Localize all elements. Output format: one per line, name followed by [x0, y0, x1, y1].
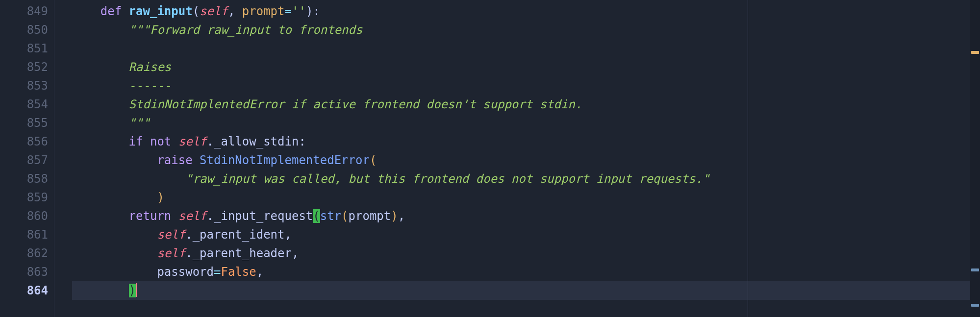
keyword-if: if — [129, 135, 143, 148]
code-line[interactable]: ) — [72, 188, 980, 207]
line-number: 850 — [0, 21, 48, 39]
bracket-match-highlight: ( — [313, 209, 320, 223]
code-line[interactable]: raise StdinNotImplementedError( — [72, 151, 980, 170]
code-line[interactable]: if not self._allow_stdin: — [72, 132, 980, 151]
docstring: ------ — [129, 79, 172, 93]
line-number: 855 — [0, 114, 48, 132]
line-number: 862 — [0, 244, 48, 263]
line-number: 860 — [0, 207, 48, 225]
bracket-match-highlight: ) — [129, 284, 136, 297]
line-number: 863 — [0, 263, 48, 281]
line-number: 859 — [0, 188, 48, 207]
code-line[interactable]: self._parent_ident, — [72, 225, 980, 244]
line-number: 861 — [0, 225, 48, 244]
scrollbar-marker — [971, 304, 979, 307]
code-line[interactable]: """ — [72, 114, 980, 132]
self-keyword: self — [200, 4, 228, 18]
docstring: Raises — [129, 60, 172, 74]
class-name: StdinNotImplementedError — [200, 153, 370, 167]
docstring: """Forward raw_input to frontends — [129, 23, 363, 37]
text-cursor — [136, 283, 137, 297]
self-keyword: self — [157, 228, 185, 242]
line-number: 849 — [0, 2, 48, 21]
keyword-def: def — [101, 4, 122, 18]
code-line[interactable]: StdinNotImplentedError if active fronten… — [72, 95, 980, 114]
self-keyword: self — [178, 209, 207, 223]
line-number: 857 — [0, 151, 48, 170]
line-number: 851 — [0, 39, 48, 58]
line-number: 858 — [0, 170, 48, 188]
line-number: 853 — [0, 76, 48, 95]
vertical-scrollbar[interactable] — [970, 0, 980, 317]
line-number-current: 864 — [0, 281, 48, 300]
line-number: 856 — [0, 132, 48, 151]
code-line-current[interactable]: ) — [72, 281, 980, 300]
code-area[interactable]: def raw_input(self, prompt=''): """Forwa… — [54, 0, 980, 317]
docstring: StdinNotImplentedError if active fronten… — [129, 98, 582, 111]
function-name: raw_input — [129, 4, 193, 18]
column-ruler — [748, 0, 748, 317]
code-line[interactable]: Raises — [72, 58, 980, 76]
code-line[interactable]: self._parent_header, — [72, 244, 980, 263]
keyword-not: not — [150, 135, 171, 148]
code-line[interactable]: """Forward raw_input to frontends — [72, 21, 980, 39]
keyword-return: return — [129, 209, 172, 223]
code-editor[interactable]: 849 850 851 852 853 854 855 856 857 858 … — [0, 0, 980, 317]
self-keyword: self — [178, 135, 207, 148]
scrollbar-marker — [971, 51, 979, 54]
line-number-gutter: 849 850 851 852 853 854 855 856 857 858 … — [0, 0, 54, 317]
code-line[interactable]: "raw_input was called, but this frontend… — [72, 170, 980, 188]
code-line[interactable]: ------ — [72, 76, 980, 95]
line-number: 852 — [0, 58, 48, 76]
string-literal: "raw_input was called, but this frontend… — [185, 172, 709, 186]
code-line[interactable] — [72, 39, 980, 58]
code-line[interactable]: def raw_input(self, prompt=''): — [72, 2, 980, 21]
scrollbar-marker — [971, 268, 979, 271]
line-number: 854 — [0, 95, 48, 114]
docstring: """ — [129, 116, 150, 130]
constant-false: False — [221, 265, 256, 279]
code-line[interactable]: return self._input_request(str(prompt), — [72, 207, 980, 225]
self-keyword: self — [157, 246, 185, 260]
keyword-raise: raise — [157, 153, 192, 167]
code-line[interactable]: password=False, — [72, 263, 980, 281]
